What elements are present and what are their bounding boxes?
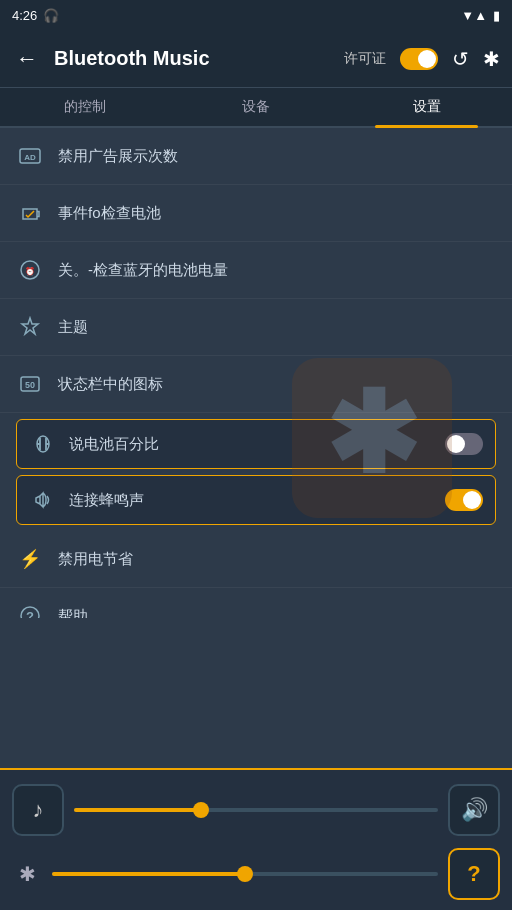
- statusbar-icon: 50: [16, 370, 44, 398]
- help-text: 帮助: [58, 607, 496, 619]
- bt-slider-thumb[interactable]: [237, 866, 253, 882]
- bluetooth-header-icon[interactable]: ✱: [483, 47, 500, 71]
- settings-item-help[interactable]: ? 帮助: [0, 588, 512, 618]
- toggle-row-battery-percent: 说电池百分比: [16, 419, 496, 469]
- volume-button[interactable]: 🔊: [448, 784, 500, 836]
- volume-row: ♪ 🔊: [12, 784, 500, 836]
- beep-text: 连接蜂鸣声: [69, 491, 433, 510]
- beep-icon: [29, 486, 57, 514]
- app-header: ← Bluetooth Music 许可证 ↺ ✱: [0, 30, 512, 88]
- volume-slider-track: [74, 808, 438, 812]
- status-time: 4:26: [12, 8, 37, 23]
- tab-device[interactable]: 设备: [171, 88, 342, 126]
- status-bar: 4:26 🎧 ▼▲ ▮: [0, 0, 512, 30]
- volume-slider-container[interactable]: [74, 800, 438, 820]
- battery-percent-text: 说电池百分比: [69, 435, 433, 454]
- bottom-player: ♪ 🔊 ✱ ?: [0, 768, 512, 910]
- permission-toggle-knob: [418, 50, 436, 68]
- help-button-icon: ?: [467, 861, 480, 887]
- app-title: Bluetooth Music: [54, 47, 332, 70]
- volume-slider-thumb[interactable]: [193, 802, 209, 818]
- bt-slider-track: [52, 872, 438, 876]
- back-button[interactable]: ←: [12, 42, 42, 76]
- battery-percent-knob: [447, 435, 465, 453]
- battery-icon: ▮: [493, 8, 500, 23]
- settings-item-statusbar[interactable]: 50 状态栏中的图标: [0, 356, 512, 413]
- settings-item-ads[interactable]: AD 禁用广告展示次数: [0, 128, 512, 185]
- svg-text:AD: AD: [24, 153, 36, 162]
- permission-label: 许可证: [344, 50, 386, 68]
- volume-slider-fill: [74, 808, 201, 812]
- power-save-icon: ⚡: [16, 545, 44, 573]
- headphone-icon: 🎧: [43, 8, 59, 23]
- svg-text:50: 50: [25, 380, 35, 390]
- permission-toggle[interactable]: [400, 48, 438, 70]
- header-actions: 许可证 ↺ ✱: [344, 47, 500, 71]
- bt-battery-icon: ⏰: [16, 256, 44, 284]
- bt-battery-text: 关。-检查蓝牙的电池电量: [58, 261, 496, 280]
- wifi-icon: ▼▲: [461, 8, 487, 23]
- battery-check-text: 事件fo检查电池: [58, 204, 496, 223]
- tab-controls[interactable]: 的控制: [0, 88, 171, 126]
- toggle-row-beep: 连接蜂鸣声: [16, 475, 496, 525]
- battery-percent-icon: [29, 430, 57, 458]
- statusbar-text: 状态栏中的图标: [58, 375, 496, 394]
- music-note-button[interactable]: ♪: [12, 784, 64, 836]
- settings-item-power-save[interactable]: ⚡ 禁用电节省: [0, 531, 512, 588]
- settings-list: AD 禁用广告展示次数 事件fo检查电池 ⏰ 关。-检查蓝牙的电池电量: [0, 128, 512, 618]
- settings-item-bt-battery[interactable]: ⏰ 关。-检查蓝牙的电池电量: [0, 242, 512, 299]
- tab-settings[interactable]: 设置: [341, 88, 512, 126]
- battery-percent-toggle[interactable]: [445, 433, 483, 455]
- help-button[interactable]: ?: [448, 848, 500, 900]
- help-icon: ?: [16, 602, 44, 618]
- bt-row: ✱ ?: [12, 848, 500, 900]
- theme-icon: [16, 313, 44, 341]
- status-left: 4:26 🎧: [12, 8, 59, 23]
- svg-text:?: ?: [26, 609, 34, 618]
- music-note-icon: ♪: [33, 797, 44, 823]
- volume-icon: 🔊: [461, 797, 488, 823]
- theme-text: 主题: [58, 318, 496, 337]
- ads-text: 禁用广告展示次数: [58, 147, 496, 166]
- bt-slider-fill: [52, 872, 245, 876]
- bt-small-icon: ✱: [12, 862, 42, 886]
- status-right: ▼▲ ▮: [461, 8, 500, 23]
- battery-check-icon: [16, 199, 44, 227]
- power-save-text: 禁用电节省: [58, 550, 496, 569]
- bt-slider-container[interactable]: [52, 864, 438, 884]
- svg-text:⏰: ⏰: [25, 266, 35, 276]
- beep-toggle[interactable]: [445, 489, 483, 511]
- beep-knob: [463, 491, 481, 509]
- refresh-button[interactable]: ↺: [452, 47, 469, 71]
- settings-item-battery-check[interactable]: 事件fo检查电池: [0, 185, 512, 242]
- ads-icon: AD: [16, 142, 44, 170]
- tab-bar: 的控制 设备 设置: [0, 88, 512, 128]
- settings-item-theme[interactable]: 主题: [0, 299, 512, 356]
